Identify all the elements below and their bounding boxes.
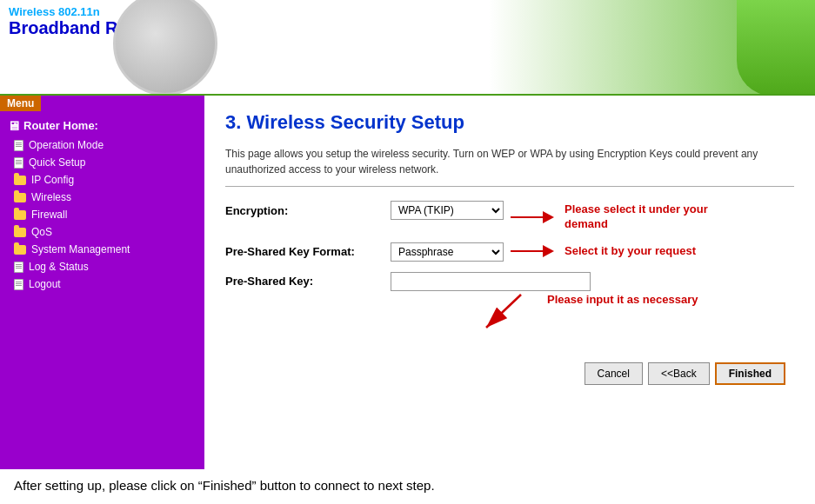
doc-icon: [14, 140, 23, 151]
footer: After setting up, please click on “Finis…: [0, 469, 815, 501]
cancel-button[interactable]: Cancel: [585, 362, 643, 385]
psk-key-input[interactable]: [391, 272, 591, 291]
sidebar-item-firewall[interactable]: Firewall: [0, 206, 204, 223]
sidebar-item-label: Log & Status: [29, 261, 89, 273]
doc-icon: [14, 157, 23, 169]
annotation-arrow-2: [511, 244, 554, 258]
button-row: Cancel <<Back Finished: [225, 362, 794, 385]
folder-icon: [14, 193, 26, 202]
page-description: This page allows you setup the wireless …: [225, 146, 794, 187]
annotation-text-1: Please select it under your demand: [564, 202, 738, 232]
sidebar: Menu 🖥 Router Home: Operation Mode Quick…: [0, 96, 204, 469]
psk-format-label: Pre-Shared Key Format:: [225, 245, 391, 258]
sidebar-item-log-status[interactable]: Log & Status: [0, 258, 204, 275]
encryption-label: Encryption:: [225, 204, 391, 217]
sidebar-item-quick-setup[interactable]: Quick Setup: [0, 154, 204, 171]
folder-icon: [14, 245, 26, 255]
sidebar-item-label: Quick Setup: [29, 156, 85, 169]
sidebar-router-home: 🖥 Router Home:: [0, 115, 204, 136]
main-layout: Menu 🖥 Router Home: Operation Mode Quick…: [0, 96, 815, 469]
sidebar-item-logout[interactable]: Logout: [0, 275, 204, 293]
header-green-accent: [737, 0, 815, 96]
sidebar-item-label: IP Config: [31, 174, 74, 186]
logo-circle: [113, 0, 217, 96]
sidebar-item-ip-config[interactable]: IP Config: [0, 171, 204, 189]
folder-icon: [14, 210, 26, 220]
encryption-select[interactable]: WPA (TKIP): [391, 201, 504, 220]
footer-text: After setting up, please click on “Finis…: [14, 478, 435, 493]
sidebar-item-qos[interactable]: QoS: [0, 223, 204, 241]
sidebar-item-label: Logout: [29, 278, 61, 290]
main-content: 3. Wireless Security Setup This page all…: [204, 96, 815, 469]
menu-label: Menu: [0, 96, 41, 111]
sidebar-item-wireless[interactable]: Wireless: [0, 189, 204, 206]
folder-icon: [14, 228, 26, 237]
annotation-text-2: Select it by your request: [564, 244, 696, 259]
svg-line-1: [486, 295, 521, 328]
doc-icon: [14, 279, 23, 290]
page-header: Wireless 802.11n Broadband Router: [0, 0, 815, 96]
folder-icon: [14, 176, 26, 185]
sidebar-item-label: System Management: [31, 243, 130, 255]
finished-button[interactable]: Finished: [715, 362, 785, 385]
sidebar-item-operation-mode[interactable]: Operation Mode: [0, 136, 204, 154]
sidebar-item-label: QoS: [31, 226, 52, 238]
annotation-arrow-3: [478, 293, 547, 336]
back-button[interactable]: <<Back: [648, 362, 710, 385]
sidebar-item-system-management[interactable]: System Management: [0, 241, 204, 258]
router-home-label: Router Home:: [23, 119, 98, 132]
annotation-text-3: Please input it as necessary: [547, 293, 698, 308]
psk-key-label: Pre-Shared Key:: [225, 275, 391, 288]
psk-format-select[interactable]: Passphrase: [391, 242, 504, 262]
doc-icon: [14, 262, 23, 273]
router-home-icon: 🖥: [7, 118, 20, 133]
annotation-arrow-1: [511, 210, 554, 224]
sidebar-item-label: Operation Mode: [29, 139, 104, 151]
sidebar-item-label: Firewall: [31, 209, 67, 221]
sidebar-item-label: Wireless: [31, 191, 71, 203]
page-title: 3. Wireless Security Setup: [225, 111, 794, 134]
